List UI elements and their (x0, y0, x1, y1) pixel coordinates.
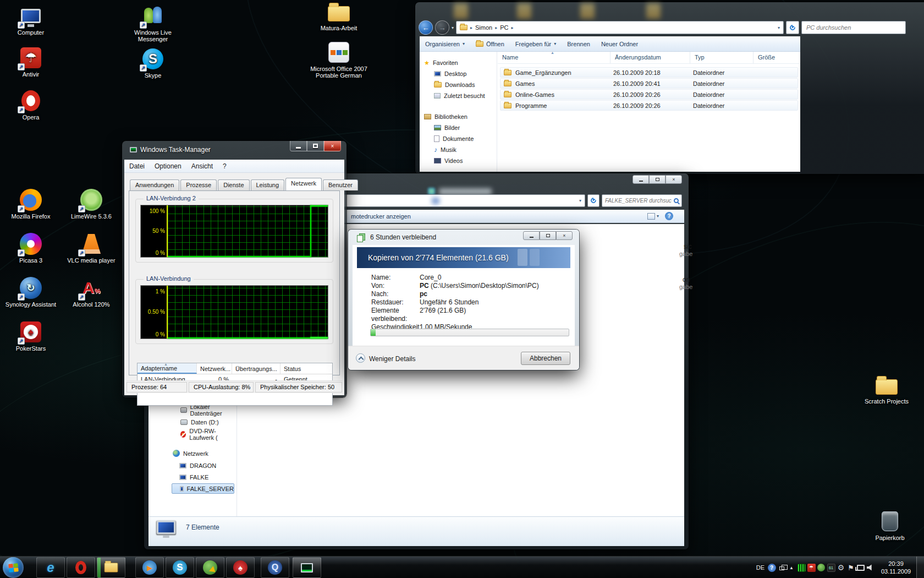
sidebar-item-desktop[interactable]: Desktop (420, 68, 497, 79)
views-button[interactable]: ▾ (647, 213, 659, 220)
desktop-icon-pokerstars[interactable]: ♠↗ PokerStars (0, 320, 62, 352)
language-indicator[interactable]: DE (754, 564, 767, 571)
tab-anwendungen[interactable]: Anwendungen (130, 179, 179, 190)
back-button[interactable]: ← (419, 20, 433, 35)
desktop-icon-firefox[interactable]: ↗ Mozilla Firefox (0, 188, 62, 220)
share-item-simon[interactable]: on gabe (683, 276, 692, 290)
desktop-icon-opera[interactable]: ↗ Opera (0, 89, 62, 121)
refresh-button[interactable] (587, 194, 600, 207)
tree-item-dragon[interactable]: DRAGON (179, 460, 216, 471)
file-row-programme[interactable]: Programme 26.10.2009 20:26 Dateiordner (500, 100, 798, 111)
taskbar-wmp[interactable]: ▶ (135, 557, 164, 578)
file-row-online-games[interactable]: Online-Games 26.10.2009 20:26 Dateiordne… (500, 89, 798, 100)
column-date[interactable]: Änderungsdatum (610, 52, 690, 63)
cancel-button[interactable]: Abbrechen (521, 352, 570, 365)
close-button[interactable]: × (324, 141, 341, 151)
taskbar-ie[interactable]: e (36, 557, 65, 578)
organize-button[interactable]: Organisieren▾ (420, 41, 470, 47)
show-desktop-button[interactable] (916, 557, 924, 578)
sidebar-item-recent[interactable]: Zuletzt besucht (420, 90, 497, 101)
desktop-icon-computer[interactable]: ↗ Computer (0, 4, 62, 36)
sidebar-item-downloads[interactable]: Downloads (420, 79, 497, 90)
menu-help[interactable]: ? (218, 161, 232, 171)
desktop-icon-matura[interactable]: Matura-Arbeit (308, 0, 370, 31)
network-tray-icon[interactable] (856, 557, 866, 578)
minimize-button[interactable] (523, 231, 540, 240)
tab-prozesse[interactable]: Prozesse (180, 179, 217, 190)
address-dropdown-icon[interactable]: ▾ (579, 198, 581, 203)
action-center-flag-icon[interactable]: ⚑ (846, 557, 856, 578)
show-remote-printers-button[interactable]: motedrucker anzeigen (351, 213, 411, 220)
pane-divider[interactable] (497, 52, 497, 172)
desktop-icon-limewire[interactable]: ↗ LimeWire 5.3.6 (61, 188, 122, 220)
tree-item-local-disk[interactable]: Lokaler Datenträger (180, 405, 237, 415)
tree-item-falke[interactable]: FALKE (179, 472, 208, 482)
minimize-button[interactable] (632, 175, 649, 184)
taskbar-skype[interactable]: S (166, 557, 194, 578)
desktop-icon-scratch[interactable]: Scratch Projects (856, 373, 917, 405)
close-button[interactable]: × (666, 175, 682, 184)
burn-button[interactable]: Brennen (562, 41, 596, 47)
taskbar-quicktime[interactable]: Q (261, 557, 289, 578)
badge-61-tray-icon[interactable]: 61 (826, 557, 836, 578)
taskbar-explorer[interactable] (97, 557, 125, 578)
desktop-icon-picasa[interactable]: ↗ Picasa 3 (0, 232, 62, 264)
column-size[interactable]: Größe (754, 52, 798, 63)
less-details-toggle[interactable]: Weniger Details (369, 355, 415, 363)
show-hidden-icons[interactable]: ▲ (787, 557, 796, 578)
open-button[interactable]: Öffnen (470, 41, 510, 47)
menu-optionen[interactable]: Optionen (150, 161, 186, 171)
avira-tray-icon[interactable]: ☂ (806, 557, 816, 578)
sidebar-item-videos[interactable]: Videos (420, 155, 497, 166)
network-meter-tray-icon[interactable] (796, 557, 806, 578)
help-icon[interactable]: ? (665, 212, 673, 220)
search-box[interactable]: FALKE_SERVER durchsuchen (602, 194, 682, 207)
tab-dienste[interactable]: Dienste (218, 179, 249, 190)
taskbar-opera[interactable] (67, 557, 95, 578)
desktop-icon-wlm[interactable]: ↗ Windows Live Messenger (122, 4, 184, 42)
desktop-icon-skype[interactable]: S↗ Skype (122, 47, 184, 79)
share-button[interactable]: Freigeben für▾ (510, 41, 562, 47)
tree-item-netzwerk[interactable]: Netzwerk (173, 448, 208, 459)
gear-tray-icon[interactable]: ⚙ (836, 557, 846, 578)
taskbar-clock[interactable]: 20:39 03.11.2009 (876, 560, 916, 575)
restore-layout-icon[interactable] (777, 557, 787, 578)
address-dropdown-icon[interactable]: ▾ (778, 25, 780, 30)
desktop-icon-alcohol[interactable]: A%↗ Alcohol 120% (61, 276, 122, 308)
share-item-music[interactable]: sic gabe (684, 243, 692, 257)
taskbar-limewire[interactable] (196, 557, 224, 578)
desktop-icon-papierkorb[interactable]: Papierkorb (859, 510, 921, 541)
taskbar-pokerstars[interactable]: ♠ (226, 557, 255, 578)
tab-leistung[interactable]: Leistung (251, 179, 285, 190)
tree-item-falke-server-selected[interactable]: FALKE_SERVER (172, 483, 234, 494)
file-row-game-ergaenzungen[interactable]: Game_Ergänzungen 26.10.2009 20:18 Dateio… (500, 67, 798, 78)
header-netzwerk[interactable]: Netzwerk... (197, 363, 232, 374)
menu-ansicht[interactable]: Ansicht (186, 161, 218, 171)
refresh-button[interactable] (786, 21, 799, 34)
desktop-icon-synology[interactable]: ↻↗ Synology Assistant (0, 276, 62, 308)
start-button[interactable] (3, 557, 24, 578)
maximize-button[interactable] (540, 231, 556, 240)
desktop-icon-vlc[interactable]: ↗ VLC media player (61, 232, 122, 264)
desktop-icon-antivir[interactable]: ☂↗ Antivir (0, 46, 62, 78)
header-status[interactable]: Status (280, 363, 332, 374)
desktop-icon-office[interactable]: Microsoft Office 2007 Portable German (308, 41, 370, 79)
column-type[interactable]: Typ (690, 52, 754, 63)
file-row-games[interactable]: Games 26.10.2009 20:41 Dateiordner (500, 78, 798, 89)
sidebar-item-pictures[interactable]: Bilder (420, 122, 497, 133)
new-folder-button[interactable]: Neuer Ordner (596, 41, 644, 47)
close-button[interactable]: × (556, 231, 573, 240)
address-bar[interactable]: ▸ Simon ▸ PC ▸ ▾ (456, 21, 784, 34)
help-tray-icon[interactable]: ? (767, 557, 777, 578)
tree-item-dvd-drive[interactable]: DVD-RW-Laufwerk ( (180, 429, 237, 439)
menu-datei[interactable]: Datei (124, 161, 150, 171)
maximize-button[interactable] (649, 175, 666, 184)
nav-history-dropdown[interactable]: ▾ (452, 25, 454, 30)
search-box[interactable]: PC durchsuchen (801, 21, 906, 34)
sidebar-item-documents[interactable]: Dokumente (420, 133, 497, 144)
minimize-button[interactable] (290, 141, 307, 151)
sidebar-libraries[interactable]: Bibliotheken (420, 111, 497, 122)
chevron-up-icon[interactable] (356, 353, 365, 363)
maximize-button[interactable] (307, 141, 324, 151)
header-adaptername[interactable]: Adaptername▲ (138, 363, 197, 374)
